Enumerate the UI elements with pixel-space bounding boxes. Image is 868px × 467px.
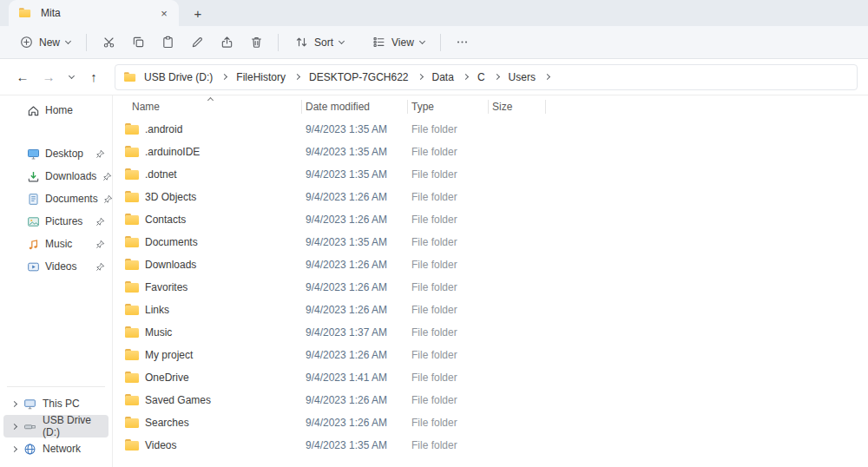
sidebar-spacer <box>0 278 112 383</box>
file-type: File folder <box>408 146 489 158</box>
column-header-type[interactable]: Type <box>408 95 489 118</box>
column-header-size[interactable]: Size <box>489 95 546 118</box>
tab-title: Mita <box>41 7 61 19</box>
file-row[interactable]: Music 9/4/2023 1:37 AM File folder <box>120 321 868 344</box>
new-tab-button[interactable]: + <box>186 2 210 24</box>
rename-button[interactable] <box>182 30 212 56</box>
file-date: 9/4/2023 1:26 AM <box>302 394 408 406</box>
toolbar-divider <box>86 34 87 51</box>
file-type: File folder <box>408 304 489 316</box>
file-name: Documents <box>145 236 198 248</box>
sidebar-item-desktop[interactable]: Desktop <box>0 142 112 165</box>
file-type: File folder <box>408 349 489 361</box>
sidebar-item-pictures[interactable]: Pictures <box>0 210 112 233</box>
file-row[interactable]: My project 9/4/2023 1:26 AM File folder <box>120 344 868 366</box>
file-type: File folder <box>408 281 489 293</box>
breadcrumb-item[interactable]: Data <box>429 69 457 86</box>
file-type: File folder <box>408 259 489 271</box>
sidebar-item-network[interactable]: Network <box>3 437 108 460</box>
pin-icon <box>102 171 112 181</box>
share-button[interactable] <box>212 30 241 56</box>
copy-button[interactable] <box>123 30 153 56</box>
file-date: 9/4/2023 1:35 AM <box>302 123 408 135</box>
sidebar-item-downloads[interactable]: Downloads <box>0 165 112 187</box>
sidebar-item-videos[interactable]: Videos <box>0 255 112 278</box>
breadcrumb-item[interactable]: DESKTOP-7GCH622 <box>306 69 412 86</box>
chevron-down-icon <box>65 38 71 44</box>
scissors-icon <box>102 36 115 49</box>
file-row[interactable]: Contacts 9/4/2023 1:26 AM File folder <box>120 208 868 231</box>
column-header-name[interactable]: Name <box>120 95 302 118</box>
file-list: Name Date modified Type Size .android 9/… <box>113 95 868 467</box>
column-label: Name <box>132 101 160 113</box>
file-date: 9/4/2023 1:35 AM <box>302 439 408 451</box>
breadcrumb-item[interactable]: FileHistory <box>233 69 289 86</box>
close-tab-icon[interactable]: × <box>156 5 172 21</box>
sort-button[interactable]: Sort <box>286 30 352 55</box>
sidebar-item-label: Desktop <box>45 148 83 160</box>
sidebar-item-this-pc[interactable]: This PC <box>3 392 108 415</box>
chevron-right-icon <box>463 74 469 80</box>
pin-icon <box>103 194 113 204</box>
file-date: 9/4/2023 1:35 AM <box>302 146 408 158</box>
sidebar-item-usb-drive[interactable]: USB Drive (D:) <box>3 415 108 437</box>
file-name: 3D Objects <box>145 191 196 203</box>
main-area: Home Desktop Downloads Documents <box>0 95 868 467</box>
breadcrumb[interactable]: USB Drive (D:) FileHistory DESKTOP-7GCH6… <box>115 64 858 90</box>
folder-icon <box>125 146 140 158</box>
file-type: File folder <box>408 417 489 429</box>
paste-button[interactable] <box>153 30 182 56</box>
column-headers: Name Date modified Type Size <box>120 95 868 118</box>
sidebar-item-home[interactable]: Home <box>0 99 112 122</box>
delete-button[interactable] <box>241 30 271 56</box>
forward-button[interactable]: → <box>36 65 61 89</box>
file-row[interactable]: Downloads 9/4/2023 1:26 AM File folder <box>120 253 868 276</box>
file-date: 9/4/2023 1:26 AM <box>302 304 408 316</box>
sidebar-item-music[interactable]: Music <box>0 233 112 255</box>
sidebar-item-label: Music <box>45 238 72 250</box>
new-button-label: New <box>39 36 60 49</box>
file-type: File folder <box>408 168 489 181</box>
breadcrumb-item[interactable]: C <box>474 69 489 86</box>
pin-icon <box>95 148 105 159</box>
breadcrumb-item[interactable]: Users <box>505 69 539 86</box>
file-row[interactable]: Saved Games 9/4/2023 1:26 AM File folder <box>120 389 868 411</box>
usb-drive-icon <box>23 419 36 433</box>
file-row[interactable]: .dotnet 9/4/2023 1:35 AM File folder <box>120 163 868 186</box>
explorer-tab[interactable]: Mita × <box>9 0 179 26</box>
recent-locations-button[interactable] <box>62 65 80 89</box>
sort-icon <box>294 36 308 49</box>
folder-icon <box>124 72 136 82</box>
chevron-right-icon <box>11 400 17 406</box>
file-date: 9/4/2023 1:26 AM <box>302 191 408 203</box>
sidebar-divider <box>7 386 105 387</box>
paste-icon <box>161 36 174 49</box>
trash-icon <box>249 36 263 49</box>
chevron-right-icon <box>221 74 227 80</box>
file-row[interactable]: Searches 9/4/2023 1:26 AM File folder <box>120 411 868 434</box>
file-row[interactable]: .arduinoIDE 9/4/2023 1:35 AM File folder <box>120 141 868 163</box>
file-row[interactable]: .android 9/4/2023 1:35 AM File folder <box>120 118 868 141</box>
up-button[interactable]: ↑ <box>82 65 106 89</box>
folder-icon <box>125 394 140 406</box>
breadcrumb-item[interactable]: USB Drive (D:) <box>141 69 216 86</box>
pictures-icon <box>26 214 40 228</box>
cut-button[interactable] <box>94 30 123 56</box>
file-row[interactable]: Favorites 9/4/2023 1:26 AM File folder <box>120 276 868 299</box>
view-button[interactable]: View <box>363 30 433 55</box>
file-row[interactable]: 3D Objects 9/4/2023 1:26 AM File folder <box>120 186 868 208</box>
file-row[interactable]: Videos 9/4/2023 1:35 AM File folder <box>120 434 868 457</box>
file-date: 9/4/2023 1:26 AM <box>302 349 408 361</box>
documents-icon <box>26 192 40 206</box>
more-options-button[interactable] <box>448 30 477 56</box>
file-row[interactable]: Documents 9/4/2023 1:35 AM File folder <box>120 231 868 253</box>
sidebar-item-documents[interactable]: Documents <box>0 187 112 210</box>
file-date: 9/4/2023 1:26 AM <box>302 281 408 293</box>
view-icon <box>372 36 385 49</box>
file-name: Links <box>145 304 169 316</box>
new-button[interactable]: New <box>10 30 79 55</box>
column-header-date-modified[interactable]: Date modified <box>302 95 408 118</box>
back-button[interactable]: ← <box>10 65 35 89</box>
file-row[interactable]: Links 9/4/2023 1:26 AM File folder <box>120 299 868 321</box>
file-row[interactable]: OneDrive 9/4/2023 1:41 AM File folder <box>120 366 868 389</box>
